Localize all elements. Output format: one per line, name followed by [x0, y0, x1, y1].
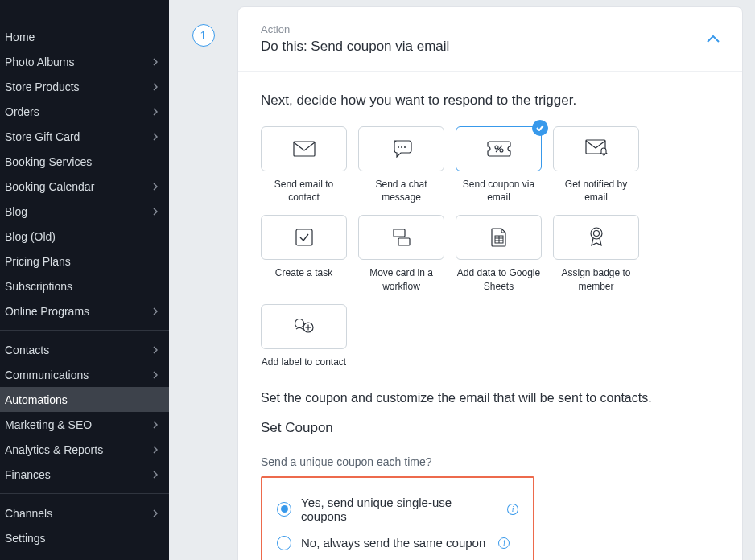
sidebar-item-settings[interactable]: Settings — [0, 525, 169, 550]
collapse-toggle[interactable] — [707, 32, 720, 47]
sidebar-item-subscriptions[interactable]: Subscriptions — [0, 274, 169, 299]
action-tile-label: Send email to contact — [261, 178, 347, 204]
sidebar-item-label: Pricing Plans — [5, 255, 71, 268]
sidebar-item-label: Orders — [5, 105, 39, 118]
mail-icon — [293, 141, 316, 157]
chevron-right-icon — [153, 307, 158, 315]
chevron-right-icon — [153, 346, 158, 354]
chevron-right-icon — [153, 509, 158, 517]
svg-rect-8 — [296, 229, 312, 245]
chevron-right-icon — [153, 83, 158, 91]
action-tile-label: Send coupon via email — [456, 178, 542, 204]
label-icon — [293, 318, 316, 336]
action-tile-sheets[interactable]: Add data to Google Sheets — [456, 215, 542, 292]
sidebar-item-label: Automations — [5, 393, 68, 406]
svg-point-4 — [495, 146, 498, 149]
step-number-badge: 1 — [192, 24, 215, 47]
sidebar-item-label: Store Gift Card — [5, 130, 80, 143]
action-tile-task[interactable]: Create a task — [261, 215, 347, 292]
radio-no-label: No, always send the same coupon — [301, 536, 485, 550]
sidebar-item-label: Blog — [5, 205, 27, 218]
sidebar-item-label: Home — [5, 31, 35, 43]
sidebar-item-label: Channels — [5, 507, 52, 520]
sidebar-item-finances[interactable]: Finances — [0, 462, 169, 487]
sidebar-item-label: Booking Services — [5, 155, 92, 168]
action-tile-mail[interactable]: Send email to contact — [261, 126, 347, 204]
radio-no-same[interactable]: No, always send the same coupon i — [277, 529, 518, 557]
sidebar-item-orders[interactable]: Orders — [0, 99, 169, 124]
sidebar-item-blog[interactable]: Blog — [0, 199, 169, 224]
radio-indicator-yes — [277, 502, 291, 517]
action-tile-coupon[interactable]: Send coupon via email — [456, 126, 542, 204]
sidebar-item-pricing-plans[interactable]: Pricing Plans — [0, 249, 169, 274]
sidebar-item-automations[interactable]: Automations — [0, 387, 169, 412]
task-icon — [295, 229, 313, 246]
sidebar-item-store-gift-card[interactable]: Store Gift Card — [0, 124, 169, 149]
chevron-right-icon — [153, 108, 158, 116]
badge-icon — [588, 227, 604, 248]
chat-icon — [391, 140, 412, 158]
chevron-right-icon — [153, 421, 158, 429]
sidebar-item-label: Blog (Old) — [5, 230, 56, 243]
action-tile-label: Send a chat message — [358, 178, 444, 204]
action-tile-badge[interactable]: Assign badge to member — [553, 215, 639, 292]
sidebar-item-booking-services[interactable]: Booking Services — [0, 149, 169, 174]
action-prompt: Next, decide how you want to respond to … — [261, 93, 720, 109]
svg-point-2 — [401, 146, 402, 148]
svg-point-17 — [295, 319, 303, 327]
selected-check-icon — [532, 120, 548, 136]
action-tile-workflow[interactable]: Move card in a workflow — [358, 215, 444, 292]
unique-coupon-radio-group: Yes, send unique single-use coupons i No… — [261, 476, 534, 560]
sidebar-item-contacts[interactable]: Contacts — [0, 337, 169, 362]
chevron-right-icon — [153, 58, 158, 66]
svg-point-1 — [398, 146, 399, 148]
svg-point-16 — [593, 231, 599, 237]
sidebar-item-channels[interactable]: Channels — [0, 500, 169, 525]
card-label: Action — [261, 23, 449, 35]
sidebar-item-store-products[interactable]: Store Products — [0, 74, 169, 99]
sidebar-item-marketing-seo[interactable]: Marketing & SEO — [0, 412, 169, 437]
action-grid: Send email to contactSend a chat message… — [261, 126, 720, 369]
sidebar-item-online-programs[interactable]: Online Programs — [0, 299, 169, 323]
sidebar-item-label: Analytics & Reports — [5, 443, 103, 456]
radio-yes-label: Yes, send unique single-use coupons — [301, 496, 494, 523]
chevron-right-icon — [153, 471, 158, 479]
radio-yes-unique[interactable]: Yes, send unique single-use coupons i — [277, 489, 518, 529]
action-card: Action Do this: Send coupon via email Ne… — [237, 6, 743, 560]
svg-point-15 — [591, 228, 602, 239]
sidebar-item-label: Finances — [5, 468, 51, 481]
sidebar-item-booking-calendar[interactable]: Booking Calendar — [0, 174, 169, 199]
unique-coupon-question: Send a unique coupon each time? — [261, 455, 720, 468]
action-tile-label: Assign badge to member — [553, 266, 639, 292]
chevron-right-icon — [153, 371, 158, 379]
action-tile-label: Add label to contact — [262, 356, 346, 369]
action-tile-label: Move card in a workflow — [358, 266, 444, 292]
coupon-icon — [487, 141, 511, 157]
notify-icon — [585, 139, 608, 159]
action-tile-chat[interactable]: Send a chat message — [358, 126, 444, 204]
section-subtitle: Set the coupon and customize the email t… — [261, 391, 720, 406]
svg-rect-0 — [294, 142, 315, 156]
sidebar-item-label: Booking Calendar — [5, 180, 94, 193]
sidebar-item-label: Store Products — [5, 80, 80, 93]
info-icon[interactable]: i — [507, 504, 518, 515]
sidebar-item-communications[interactable]: Communications — [0, 362, 169, 387]
workflow-icon — [391, 229, 412, 246]
sidebar-item-blog-old[interactable]: Blog (Old) — [0, 224, 169, 249]
chevron-right-icon — [153, 208, 158, 216]
chevron-right-icon — [153, 183, 158, 191]
card-title: Do this: Send coupon via email — [261, 39, 449, 55]
radio-indicator-no — [277, 536, 291, 550]
action-tile-label[interactable]: Add label to contact — [261, 304, 347, 369]
action-tile-notify[interactable]: Get notified by email — [553, 126, 639, 204]
action-tile-label: Add data to Google Sheets — [456, 266, 542, 292]
sheets-icon — [491, 228, 507, 247]
chevron-right-icon — [153, 446, 158, 454]
info-icon[interactable]: i — [498, 537, 510, 549]
sidebar-item-home[interactable]: Home — [0, 24, 169, 49]
action-tile-label: Get notified by email — [553, 178, 639, 204]
sidebar-item-label: Settings — [5, 532, 46, 545]
sidebar-item-photo-albums[interactable]: Photo Albums — [0, 49, 169, 74]
sidebar-item-analytics-reports[interactable]: Analytics & Reports — [0, 437, 169, 462]
sidebar: HomePhoto AlbumsStore ProductsOrdersStor… — [0, 0, 169, 560]
